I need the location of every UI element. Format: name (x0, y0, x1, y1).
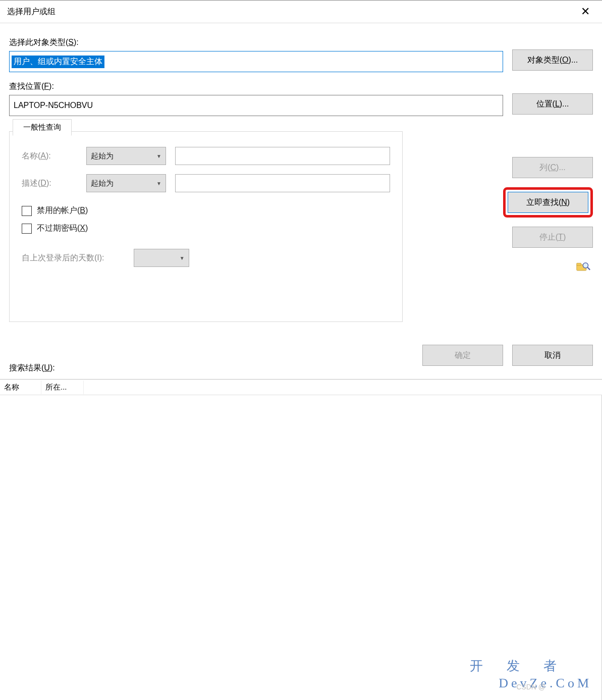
location-label: 查找位置(F): (9, 81, 503, 92)
stop-button[interactable]: 停止(T) (512, 227, 593, 248)
desc-label: 描述(D): (22, 178, 77, 189)
column-name[interactable]: 名称 (0, 381, 41, 394)
location-row: 查找位置(F): 位置(L)... (9, 81, 593, 116)
disabled-accounts-label: 禁用的帐户(B) (37, 205, 88, 216)
noexpire-label: 不过期密码(X) (37, 223, 88, 234)
csdn-watermark: CSDN @ (516, 683, 545, 691)
svg-line-3 (587, 267, 590, 270)
results-grid-body[interactable] (0, 395, 602, 700)
close-icon[interactable]: ✕ (576, 3, 595, 20)
results-grid-header: 名称 所在... (0, 379, 602, 395)
chevron-down-icon: ▼ (156, 153, 161, 159)
tab-general[interactable]: 一般性查询 (13, 119, 72, 136)
column-location[interactable]: 所在... (41, 381, 84, 394)
footer-buttons: 确定 取消 (422, 345, 593, 366)
find-now-button[interactable]: 立即查找(N) (508, 192, 588, 213)
days-since-login-label: 自上次登录后的天数(I): (22, 253, 104, 263)
object-type-value: 用户、组或内置安全主体 (12, 56, 104, 68)
name-combo[interactable]: 起始为▼ (86, 147, 166, 165)
titlebar: 选择用户或组 ✕ (0, 1, 602, 23)
name-label: 名称(A): (22, 151, 77, 161)
search-results-label: 搜索结果(U): (9, 363, 55, 373)
locations-button[interactable]: 位置(L)... (512, 93, 593, 115)
side-buttons: 列(C)... 立即查找(N) 停止(T) (503, 157, 593, 272)
object-type-row: 选择此对象类型(S): 用户、组或内置安全主体 对象类型(O)... (9, 37, 593, 72)
find-now-highlight: 立即查找(N) (503, 187, 593, 218)
svg-rect-1 (577, 263, 581, 265)
object-types-button[interactable]: 对象类型(O)... (512, 49, 593, 71)
disabled-accounts-checkbox[interactable] (22, 206, 32, 216)
columns-button[interactable]: 列(C)... (512, 157, 593, 178)
object-type-label: 选择此对象类型(S): (9, 37, 503, 48)
svg-point-2 (583, 263, 588, 268)
chevron-down-icon: ▼ (156, 181, 161, 186)
ok-button[interactable]: 确定 (422, 345, 503, 366)
chevron-down-icon: ▼ (180, 255, 185, 261)
watermark-line1: 开 发 者 (470, 657, 567, 675)
desc-input[interactable] (175, 174, 390, 192)
location-field[interactable] (9, 95, 503, 116)
dialog-title: 选择用户或组 (7, 7, 56, 17)
days-combo: ▼ (134, 249, 189, 267)
query-frame: 一般性查询 名称(A): 起始为▼ 描述(D): 起始为▼ (9, 131, 403, 322)
noexpire-checkbox[interactable] (22, 224, 32, 234)
search-folder-icon[interactable] (576, 261, 591, 272)
tab-header: 一般性查询 (10, 119, 72, 136)
name-input[interactable] (175, 147, 390, 165)
object-type-field[interactable]: 用户、组或内置安全主体 (9, 51, 503, 72)
cancel-button[interactable]: 取消 (512, 345, 593, 366)
desc-combo[interactable]: 起始为▼ (86, 174, 166, 192)
